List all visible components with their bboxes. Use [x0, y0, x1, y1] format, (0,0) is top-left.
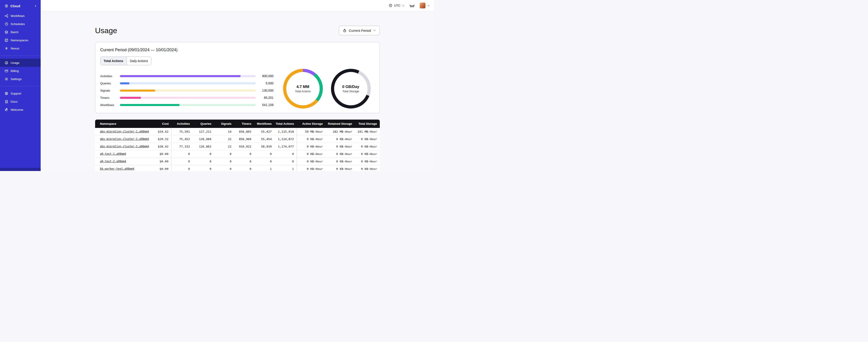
clock-icon — [389, 4, 393, 7]
table-cell: 55,427 — [254, 128, 275, 135]
table-cell: $0.00 — [149, 150, 172, 158]
sidebar-item-docs[interactable]: Docs — [0, 98, 41, 106]
sidebar-item-label: Batch — [11, 30, 19, 34]
table-cell: 856,865 — [234, 128, 254, 135]
sidebar-item-welcome[interactable]: Welcome — [0, 106, 41, 114]
sidebar-collapse-button[interactable] — [34, 4, 37, 8]
table-cell: 0 — [234, 158, 254, 165]
table-cell: 856,960 — [234, 135, 254, 143]
table-cell: 0 — [214, 165, 234, 171]
table-cell: $34.42 — [149, 128, 172, 135]
table-cell: 0 KB-Hour — [326, 135, 355, 143]
bar-label: Queries — [100, 82, 120, 85]
sidebar-item-label: Docs — [11, 100, 18, 103]
table-row: a0-test-2.a98mm4$0.000000000 KB-Hour0 KB… — [95, 158, 380, 165]
bar-value: 130,000 — [256, 89, 274, 92]
table-cell: 0 — [172, 150, 193, 158]
table-cell: 0 — [214, 158, 234, 165]
table-cell: 0 — [254, 150, 275, 158]
table-cell: 1,114,872 — [275, 135, 297, 143]
sidebar-item-support[interactable]: Support — [0, 89, 41, 98]
glasses-icon[interactable] — [410, 3, 414, 8]
sidebar-item-label: Settings — [11, 77, 22, 81]
usage-table: NamespaceCostActivitiesQueriesSignalsTim… — [95, 119, 380, 171]
view-tabs: Total Actions Daily Actions — [100, 57, 151, 65]
sidebar-item-settings[interactable]: Settings — [0, 75, 41, 83]
column-header-cost: Cost — [149, 119, 172, 128]
table-cell: 0 KB-Hour — [297, 135, 326, 143]
main-area: UTC Usage Current Period Current Period … — [41, 0, 434, 171]
tab-total-actions[interactable]: Total Actions — [100, 57, 127, 65]
namespace-link[interactable]: abs-migration-cluster-1.a98mm4 — [100, 130, 149, 133]
tab-daily-actions[interactable]: Daily Actions — [127, 57, 151, 65]
bar-label: Workflows — [100, 103, 120, 107]
column-header-total-storage: Total Storage — [355, 119, 380, 128]
sidebar-item-namespaces[interactable]: Namespaces — [0, 36, 41, 44]
bar-fill — [120, 90, 155, 92]
total-storage-donut: 0 GB/Day Total Storage — [331, 69, 371, 108]
table-cell: 55,454 — [254, 135, 275, 143]
column-header-timers: Timers — [234, 119, 254, 128]
table-cell: 22 — [214, 135, 234, 143]
table-cell: 0 KB-Hour — [355, 135, 380, 143]
namespace-link[interactable]: abs-migration-cluster-3.a98mm4 — [100, 145, 149, 148]
usage-icon — [4, 61, 8, 65]
table-row: a0-test-1.a98mm4$0.000000000 KB-Hour0 KB… — [95, 150, 380, 158]
chevron-down-icon — [402, 4, 405, 7]
total-storage-label: Total Storage — [342, 90, 360, 93]
table-row: abs-migration-cluster-1.a98mm4$34.4275,5… — [95, 128, 380, 135]
chevron-down-icon — [427, 4, 430, 7]
table-cell: 75,452 — [172, 135, 193, 143]
table-cell: $38.42 — [149, 143, 172, 150]
namespace-link[interactable]: a0-test-2.a98mm4 — [100, 160, 126, 163]
table-cell: 22 — [214, 143, 234, 150]
brand-label: Cloud — [10, 4, 20, 8]
table-row: abs-migration-cluster-3.a98mm4$38.4277,3… — [95, 143, 380, 150]
table-cell: 1,115,018 — [275, 128, 297, 135]
sidebar-item-billing[interactable]: Billing — [0, 67, 41, 75]
table-cell: $0.00 — [149, 165, 172, 171]
namespace-link[interactable]: a0-test-1.a98mm4 — [100, 152, 126, 156]
table-cell: $0.00 — [149, 158, 172, 165]
nexus-icon — [4, 46, 8, 50]
timezone-select[interactable]: UTC — [389, 4, 405, 7]
table-cell: 1,174,077 — [275, 143, 297, 150]
sidebar-item-workflows[interactable]: Workflows — [0, 12, 41, 20]
bar-track — [120, 97, 256, 99]
sidebar-item-schedules[interactable]: Schedules — [0, 20, 41, 28]
table-cell: 58,939 — [254, 143, 275, 150]
donut-center-text: 4.7 MM Total Actions — [295, 84, 311, 93]
table-cell: abs-migration-cluster-2.a98mm4 — [95, 135, 149, 143]
table-cell: 0 — [193, 158, 214, 165]
table-cell: 127,211 — [193, 128, 214, 135]
namespace-link[interactable]: bk-worker-test.a98mm4 — [100, 167, 134, 170]
user-menu[interactable] — [420, 2, 430, 8]
bar-label: Signals — [100, 89, 120, 92]
bar-row-activities: Activities900,000 — [100, 72, 274, 80]
namespace-link[interactable]: abs-migration-cluster-2.a98mm4 — [100, 137, 149, 141]
table-cell: bk-worker-test.a98mm4 — [95, 165, 149, 171]
table-cell: 0 KB-Hour — [326, 150, 355, 158]
table-cell: 0 — [275, 158, 297, 165]
table-cell: 0 — [234, 165, 254, 171]
sidebar-item-label: Welcome — [11, 108, 23, 111]
bar-track — [120, 104, 256, 106]
sidebar-item-label: Nexus — [11, 47, 19, 50]
sidebar-item-usage[interactable]: Usage — [0, 59, 41, 67]
sidebar-item-batch[interactable]: Batch — [0, 28, 41, 36]
bar-fill — [120, 104, 180, 106]
sidebar-item-nexus[interactable]: Nexus — [0, 44, 41, 52]
page-header: Usage Current Period — [95, 26, 380, 35]
table-cell: 126,984 — [193, 135, 214, 143]
column-header-active-storage: Active Storage — [297, 119, 326, 128]
bar-row-timers: Timers85,201 — [100, 94, 274, 101]
table-cell: 0 — [193, 150, 214, 158]
chevron-down-icon — [373, 29, 376, 32]
table-cell: 0 KB-Hour — [355, 165, 380, 171]
table-cell: 182 MB-Hour — [326, 128, 355, 135]
bar-track — [120, 90, 256, 92]
column-header-total-actions: Total Actions — [275, 119, 297, 128]
period-dropdown[interactable]: Current Period — [339, 26, 380, 35]
table-cell: a0-test-2.a98mm4 — [95, 158, 149, 165]
table-cell: 0 KB-Hour — [326, 165, 355, 171]
